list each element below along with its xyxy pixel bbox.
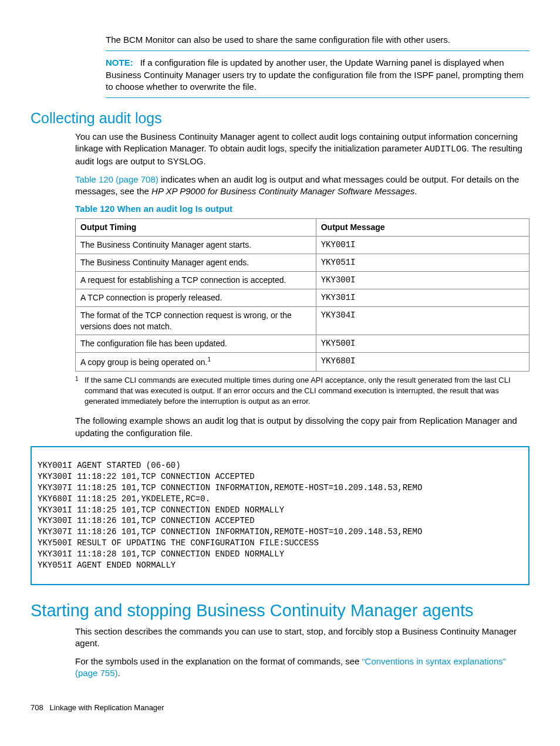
intro-text: The BCM Monitor can also be used to shar… [106, 35, 450, 45]
table-header-row: Output Timing Output Message [76, 219, 529, 237]
s2-p2b: . [118, 668, 120, 678]
example-intro: The following example shows an audit log… [75, 415, 529, 439]
cell-output-timing: A request for establishing a TCP connect… [76, 271, 316, 289]
section1-body: You can use the Business Continuity Mana… [75, 131, 529, 197]
footnote-ref: 1 [207, 356, 211, 363]
cell-output-message: YKY301I [316, 289, 529, 306]
cell-output-message: YKY001I [316, 237, 529, 254]
example-intro-text: The following example shows an audit log… [75, 415, 529, 439]
s1-p2b: . [414, 186, 417, 196]
table-footnote: 1 If the same CLI commands are executed … [75, 375, 529, 407]
cell-output-message: YKY304I [316, 306, 529, 335]
note-label: NOTE: [106, 58, 140, 67]
table-row: A request for establishing a TCP connect… [76, 271, 529, 289]
table-row: The format of the TCP connection request… [76, 306, 529, 335]
cell-output-message: YKY300I [316, 271, 529, 289]
cell-output-message: YKY500I [316, 335, 529, 353]
section2-body: This section describes the commands you … [75, 626, 529, 679]
th-output-timing: Output Timing [76, 219, 316, 237]
heading-collecting-audit-logs: Collecting audit logs [31, 109, 529, 129]
audit-log-example-code: YKY001I AGENT STARTED (06-60) YKY300I 11… [31, 446, 529, 585]
cell-output-message: YKY680I [316, 353, 529, 372]
chapter-title: Linkage with Replication Manager [50, 703, 164, 712]
note-top-rule [106, 50, 529, 51]
audit-log-table: Output Timing Output Message The Busines… [75, 218, 529, 372]
table-row: The Business Continuity Manager agent st… [76, 237, 529, 254]
s2-p1: This section describes the commands you … [75, 626, 529, 650]
table-row: The configuration file has been updated.… [76, 335, 529, 353]
note-block: NOTE:If a configuration file is updated … [106, 53, 529, 98]
page-number: 708 [31, 703, 43, 712]
cell-output-timing: The format of the TCP connection request… [76, 306, 316, 335]
cell-output-timing: The Business Continuity Manager agent st… [76, 237, 316, 254]
cell-output-timing: The configuration file has been updated. [76, 335, 316, 353]
table-row: The Business Continuity Manager agent en… [76, 254, 529, 272]
footnote-text: If the same CLI commands are executed mu… [85, 375, 529, 407]
heading-starting-stopping-agents: Starting and stopping Business Continuit… [31, 599, 529, 622]
cell-output-timing: A TCP connection is properly released. [76, 289, 316, 306]
table-caption: Table 120 When an audit log Is output [75, 203, 529, 215]
footnote-mark: 1 [75, 375, 85, 407]
table-row: A TCP connection is properly released.YK… [76, 289, 529, 306]
intro-paragraph: The BCM Monitor can also be used to shar… [106, 34, 529, 46]
th-output-message: Output Message [316, 219, 529, 237]
note-body: If a configuration file is updated by an… [106, 58, 524, 92]
table-row: A copy group is being operated on.1YKY68… [76, 353, 529, 372]
s1-p2-ital: HP XP P9000 for Business Continuity Mana… [151, 186, 414, 196]
cell-output-timing: The Business Continuity Manager agent en… [76, 254, 316, 272]
s1-p1-code: AUDITLOG [424, 144, 467, 154]
s2-p2a: For the symbols used in the explanation … [75, 656, 362, 666]
table-120-link[interactable]: Table 120 (page 708) [75, 174, 158, 184]
cell-output-timing: A copy group is being operated on.1 [76, 353, 316, 372]
page-footer: 708 Linkage with Replication Manager [31, 703, 529, 713]
cell-output-message: YKY051I [316, 254, 529, 272]
